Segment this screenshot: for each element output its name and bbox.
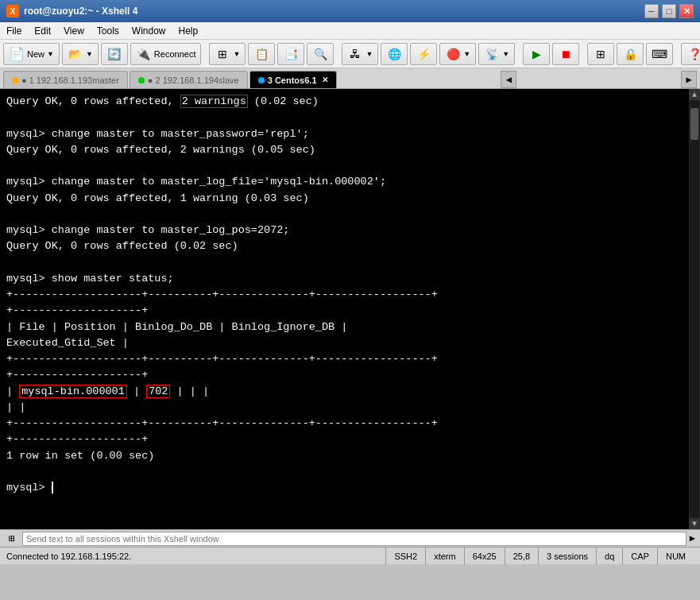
connection-status: Connected to 192.168.1.195:22. — [6, 552, 385, 561]
terminal-container[interactable]: Query OK, 0 rows affected, 2 warnings (0… — [0, 89, 700, 529]
new-button[interactable]: 📄 New ▼ — [3, 43, 60, 65]
terminal[interactable]: Query OK, 0 rows affected, 2 warnings (0… — [0, 89, 700, 529]
lock-btn[interactable]: 🔒 — [617, 43, 644, 65]
search-icon: 🔍 — [312, 46, 328, 62]
terminal-prompt: mysql> — [6, 480, 684, 496]
terminal-line-15: | File | Position | Binlog_Do_DB | Binlo… — [6, 319, 684, 335]
search-button[interactable]: 🔍 — [307, 43, 334, 65]
terminal-line-18: +--------------------+ — [6, 367, 684, 383]
scroll-thumb[interactable] — [690, 108, 698, 140]
minimize-button[interactable]: ─ — [644, 4, 659, 18]
app-icon: X — [6, 5, 19, 17]
terminal-size: 64x25 — [464, 548, 505, 565]
tab-3[interactable]: 3 Centos6.1 ✕ — [249, 71, 337, 88]
key-btn[interactable]: ⌨ — [646, 43, 673, 65]
view-icon-3: 📑 — [283, 46, 299, 62]
key-icon: ⌨ — [652, 46, 667, 62]
sessions-count: 3 sessions — [538, 548, 596, 565]
terminal-line-14: +--------------------+ — [6, 303, 684, 319]
tab-bar: ● 1 192.168.1.193master ● 2 192.168.1.19… — [0, 68, 700, 89]
menu-file[interactable]: File — [0, 24, 28, 38]
caps-lock: CAP — [622, 548, 657, 565]
net-btn-4[interactable]: 📡▼ — [478, 43, 515, 65]
tab-2-label: ● 2 192.168.1.194slave — [148, 75, 239, 85]
menu-view[interactable]: View — [57, 24, 91, 38]
warning-highlight: 2 warnings — [180, 95, 248, 108]
title-bar: X root@zuoyu2:~ - Xshell 4 ─ □ ✕ — [0, 0, 700, 22]
terminal-line-2 — [6, 110, 684, 126]
terminal-line-19: | mysql-bin.000001 | 702 | | | — [6, 384, 684, 400]
stop-btn[interactable]: ⏹ — [552, 43, 579, 65]
terminal-line-4: Query OK, 0 rows affected, 2 warnings (0… — [6, 142, 684, 158]
open-dropdown-arrow: ▼ — [86, 50, 93, 58]
tab-1-label: ● 1 192.168.1.193master — [21, 75, 119, 85]
view-icon-1: ⊞ — [215, 46, 230, 62]
terminal-line-17: +--------------------+----------+-------… — [6, 351, 684, 367]
terminal-line-16: Executed_Gtid_Set | — [6, 335, 684, 351]
terminal-line-21: +--------------------+----------+-------… — [6, 416, 684, 432]
tab-nav-next[interactable]: ▶ — [681, 71, 697, 88]
session-icon: 🖧 — [347, 46, 363, 62]
play-icon: ▶ — [528, 46, 544, 62]
open-icon: 📂 — [68, 46, 83, 62]
title-bar-left: X root@zuoyu2:~ - Xshell 4 — [6, 5, 137, 17]
menu-window[interactable]: Window — [126, 24, 172, 38]
tab-2[interactable]: ● 2 192.168.1.194slave — [130, 71, 248, 88]
lock-icon: 🔒 — [622, 46, 638, 62]
terminal-line-1: Query OK, 0 rows affected, 2 warnings (0… — [6, 94, 684, 110]
terminal-line-5 — [6, 158, 684, 174]
window-controls[interactable]: ─ □ ✕ — [644, 4, 694, 18]
status-bar: Connected to 192.168.1.195:22. SSH2 xter… — [0, 547, 700, 564]
terminal-scrollbar[interactable]: ▲ ▼ — [689, 89, 700, 529]
terminal-line-8 — [6, 207, 684, 223]
new-dropdown-arrow: ▼ — [47, 50, 54, 58]
terminal-line-3: mysql> change master to master_password=… — [6, 126, 684, 142]
scroll-down-arrow[interactable]: ▼ — [689, 518, 700, 529]
net-btn-1[interactable]: 🌐 — [381, 43, 408, 65]
net-btn-2[interactable]: ⚡ — [410, 43, 437, 65]
menu-edit[interactable]: Edit — [28, 24, 57, 38]
help-icon: ❓ — [686, 46, 700, 62]
play-btn[interactable]: ▶ — [523, 43, 550, 65]
send-input[interactable] — [22, 532, 686, 546]
tab-1[interactable]: ● 1 192.168.1.193master — [3, 71, 128, 88]
net-icon-4: 📡 — [484, 46, 500, 62]
grid-btn[interactable]: ⊞ — [587, 43, 614, 65]
send-bar: ⊞ ▶ — [0, 529, 700, 547]
help-btn[interactable]: ❓ — [681, 43, 700, 65]
reconnect-label: Reconnect — [154, 49, 196, 59]
tab-nav-prev[interactable]: ◀ — [501, 71, 516, 88]
tab-1-indicator — [12, 77, 18, 83]
new-icon: 📄 — [9, 46, 25, 62]
scroll-track — [690, 100, 699, 518]
tab-3-close[interactable]: ✕ — [322, 75, 328, 84]
menu-tools[interactable]: Tools — [91, 24, 126, 38]
new-label: New — [27, 49, 44, 59]
view-btn-2[interactable]: 📋 — [248, 43, 275, 65]
close-button[interactable]: ✕ — [679, 4, 694, 18]
menu-help[interactable]: Help — [172, 24, 205, 38]
session-arrow: ▼ — [365, 50, 373, 58]
refresh-button[interactable]: 🔄 — [101, 43, 128, 65]
net-icon-1: 🌐 — [386, 46, 402, 62]
send-forward-button[interactable]: ▶ — [690, 532, 695, 544]
window-title: root@zuoyu2:~ - Xshell 4 — [24, 6, 137, 17]
ssh-type: SSH2 — [385, 548, 425, 565]
net-btn-3[interactable]: 🔴▼ — [439, 43, 476, 65]
view-btn-3[interactable]: 📑 — [277, 43, 304, 65]
net-icon-2: ⚡ — [416, 46, 431, 62]
terminal-line-23: 1 row in set (0.00 sec) — [6, 448, 684, 464]
refresh-icon: 🔄 — [106, 46, 122, 62]
grid-icon: ⊞ — [593, 46, 609, 62]
session-btn[interactable]: 🖧▼ — [342, 43, 378, 65]
scroll-up-arrow[interactable]: ▲ — [689, 89, 700, 100]
open-button[interactable]: 📂 ▼ — [62, 43, 99, 65]
terminal-type: xterm — [425, 548, 464, 565]
maximize-button[interactable]: □ — [662, 4, 676, 18]
view-btn-1[interactable]: ⊞▼ — [209, 43, 246, 65]
reconnect-button[interactable]: 🔌 Reconnect — [130, 43, 202, 65]
net-arrow-3: ▼ — [463, 50, 470, 58]
status-segments: SSH2 xterm 64x25 25,8 3 sessions dq CAP … — [385, 548, 694, 565]
stop-icon: ⏹ — [558, 46, 574, 62]
terminal-line-7: Query OK, 0 rows affected, 1 warning (0.… — [6, 191, 684, 207]
